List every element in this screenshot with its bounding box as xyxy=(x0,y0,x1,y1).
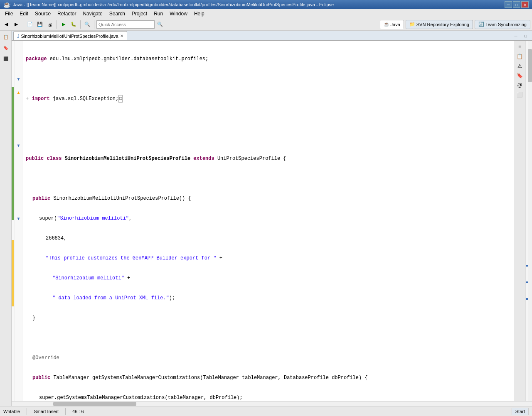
svn-perspective-button[interactable]: 📁 SVN Repository Exploring xyxy=(406,20,473,29)
fold-spacer xyxy=(15,82,22,89)
writable-status: Writable xyxy=(3,409,20,414)
fold-button-2[interactable]: ▲ xyxy=(15,89,22,95)
fold-spacer xyxy=(15,255,22,262)
java-icon: ☕ xyxy=(384,22,389,27)
fold-button-1[interactable]: ▼ xyxy=(15,76,22,82)
fold-spacer xyxy=(15,122,22,129)
editor-tab[interactable]: J SinorhizobiumMelilotiUniProtSpeciesPro… xyxy=(13,31,127,40)
main-area: 📋 🔖 ⬛ J SinorhizobiumMelilotiUniProtSpec… xyxy=(0,31,532,406)
problems-button[interactable]: ⚠ xyxy=(515,61,525,71)
fold-spacer xyxy=(15,135,22,142)
fold-spacer xyxy=(15,248,22,255)
forward-button[interactable]: ▶ xyxy=(12,20,21,29)
svn-icon: 📁 xyxy=(409,22,415,27)
menu-item-window[interactable]: Window xyxy=(166,9,191,18)
fold-spacer xyxy=(15,162,22,169)
toolbar-sep-3 xyxy=(80,20,81,29)
fold-spacer xyxy=(15,235,22,242)
code-line: package edu.lmu.xmlpipedb.gmbuilder.data… xyxy=(26,56,510,62)
code-line xyxy=(26,115,510,122)
sync-icon: 🔄 xyxy=(478,22,484,27)
scrollbar-thumb[interactable] xyxy=(528,49,532,82)
quick-access-input[interactable] xyxy=(96,20,155,29)
search-button[interactable]: 🔍 xyxy=(83,20,92,29)
code-line: " data loaded from a UniProt XML file.")… xyxy=(26,295,510,301)
code-line: 266834, xyxy=(26,235,510,242)
code-line: public class SinorhizobiumMelilotiUniPro… xyxy=(26,155,510,162)
added-change-indicator xyxy=(12,87,14,220)
code-line: "Sinorhizobium meliloti" + xyxy=(26,275,510,281)
tasks-button[interactable]: 📋 xyxy=(515,52,525,61)
print-button[interactable]: 🖨 xyxy=(45,20,54,29)
save-button[interactable]: 💾 xyxy=(35,20,44,29)
code-line: + import java.sql.SQLException;□ xyxy=(26,95,510,102)
code-editor: ▼ ▲ ▼ ▼ xyxy=(12,41,532,401)
fold-spacer xyxy=(15,175,22,182)
code-line xyxy=(26,335,510,341)
fold-spacer xyxy=(15,262,22,268)
toolbar: ◀ ▶ 📄 💾 🖨 ▶ 🐛 🔍 🔍 ☕ Java 📁 SVN Repositor… xyxy=(0,18,532,31)
java-perspective-button[interactable]: ☕ Java xyxy=(380,20,404,29)
fold-spacer xyxy=(15,222,22,228)
fold-spacer xyxy=(15,62,22,69)
title-bar: ☕ Java - [[Team Name]] xmlpipedb-gmbuild… xyxy=(0,0,532,9)
debug-button[interactable]: 🐛 xyxy=(69,20,78,29)
vertical-scrollbar[interactable] xyxy=(528,41,532,401)
status-bar: Writable Smart Insert 46 : 6 Start xyxy=(0,406,532,416)
console-view-button[interactable]: ⬜ xyxy=(515,90,525,99)
menu-item-project[interactable]: Project xyxy=(128,9,150,18)
minimize-button[interactable]: ─ xyxy=(505,1,512,8)
fold-spacer xyxy=(15,195,22,202)
new-file-button[interactable]: 📄 xyxy=(25,20,34,29)
fold-gutter: ▼ ▲ ▼ ▼ xyxy=(15,41,22,401)
cursor-position: 46 : 6 xyxy=(72,409,84,414)
fold-spacer xyxy=(15,69,22,76)
fold-button-4[interactable]: ▼ xyxy=(15,215,22,222)
left-gutter: 📋 🔖 ⬛ xyxy=(0,31,12,406)
bookmarks-view-button[interactable]: 🔖 xyxy=(515,71,525,80)
back-button[interactable]: ◀ xyxy=(2,20,11,29)
task-list-button[interactable]: 📋 xyxy=(1,32,10,42)
maximize-button[interactable]: □ xyxy=(513,1,520,8)
minimize-editor-button[interactable]: ─ xyxy=(511,31,520,40)
scrollbar-thumb-h[interactable] xyxy=(53,402,136,406)
menu-item-help[interactable]: Help xyxy=(191,9,208,18)
fold-spacer xyxy=(15,202,22,208)
fold-spacer xyxy=(15,155,22,162)
menu-item-search[interactable]: Search xyxy=(106,9,128,18)
maximize-editor-button[interactable]: □ xyxy=(521,31,530,40)
menu-bar: FileEditSourceRefactorNavigateSearchProj… xyxy=(0,9,532,18)
menu-item-run[interactable]: Run xyxy=(150,9,166,18)
code-content[interactable]: package edu.lmu.xmlpipedb.gmbuilder.data… xyxy=(22,41,514,401)
toolbar-sep-2 xyxy=(57,20,57,29)
code-line: super.getSystemsTableManagerCustomizatio… xyxy=(26,394,510,401)
outline-button[interactable]: ≡ xyxy=(515,42,525,51)
bookmark-button[interactable]: 🔖 xyxy=(1,43,10,52)
fold-spacer xyxy=(15,102,22,109)
run-button[interactable]: ▶ xyxy=(59,20,68,29)
fold-spacer xyxy=(15,109,22,115)
fold-button-3[interactable]: ▼ xyxy=(15,142,22,149)
fold-spacer xyxy=(15,242,22,248)
code-line: public SinorhizobiumMelilotiUniProtSpeci… xyxy=(26,195,510,202)
status-separator-1 xyxy=(27,408,27,415)
tab-close-button[interactable]: ✕ xyxy=(120,34,123,38)
menu-item-refactor[interactable]: Refactor xyxy=(54,9,79,18)
menu-item-file[interactable]: File xyxy=(2,9,16,18)
code-line: public TableManager getSystemsTableManag… xyxy=(26,374,510,381)
code-line: super("Sinorhizobium meliloti", xyxy=(26,215,510,222)
close-button[interactable]: ✕ xyxy=(521,1,529,8)
quick-access-search[interactable]: 🔍 xyxy=(155,20,165,29)
team-sync-perspective-button[interactable]: 🔄 Team Synchronizing xyxy=(475,20,530,29)
horizontal-scrollbar[interactable] xyxy=(12,401,532,406)
window-controls[interactable]: ─ □ ✕ xyxy=(505,1,529,8)
menu-item-edit[interactable]: Edit xyxy=(16,9,32,18)
fold-spacer xyxy=(15,95,22,102)
menu-item-source[interactable]: Source xyxy=(32,9,54,18)
menu-item-navigate[interactable]: Navigate xyxy=(79,9,106,18)
at-button[interactable]: @ xyxy=(515,81,525,90)
fold-spacer xyxy=(15,182,22,188)
fold-spacer xyxy=(15,149,22,155)
console-button[interactable]: ⬛ xyxy=(1,54,10,63)
code-line: "This profile customizes the GenMAPP Bui… xyxy=(26,255,510,262)
